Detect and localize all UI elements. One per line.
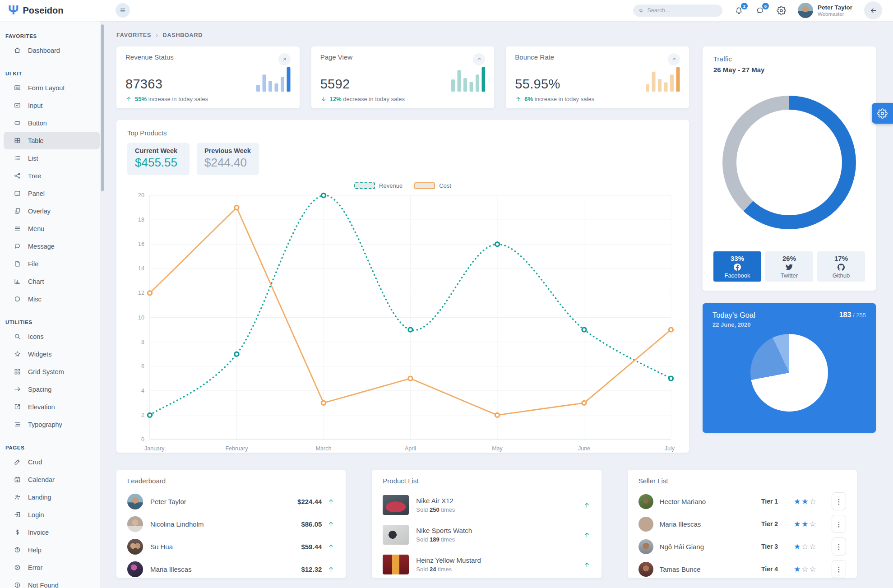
sidebar-item-label: Login [28,511,44,519]
network-pct: 26% [782,255,796,262]
product-name: Heinz Yellow Mustard [416,556,577,564]
network-tile-facebook[interactable]: 33% Facebook [713,251,761,282]
legend-revenue[interactable]: Revenue [354,182,403,189]
product-row: Nike Air X12 Sold 250 times [383,490,590,520]
previous-week-label: Previous Week [204,147,251,154]
sidebar-item-menu[interactable]: Menu [4,220,100,237]
help-icon [14,546,21,554]
star-filled-icon: ★ [794,520,801,528]
sidebar-item-misc[interactable]: Misc [4,290,100,308]
sidebar-item-label: Help [28,546,42,554]
sidebar-item-chart[interactable]: Chart [4,273,100,290]
leader-name: Maria Illescas [150,565,301,573]
list-icon [14,154,21,162]
sidebar-item-overlay[interactable]: Overlay [4,202,100,220]
sidebar-toggle-button[interactable] [116,3,130,18]
sidebar-item-elevation[interactable]: Elevation [4,398,100,416]
sidebar-item-widgets[interactable]: Widgets [4,345,100,363]
svg-text:4: 4 [141,388,144,394]
leader-name: Peter Taylor [150,498,297,505]
star-filled-icon: ★ [801,520,809,528]
star-filled-icon: ★ [801,497,809,506]
current-week-label: Current Week [135,147,182,154]
sidebar-item-dashboard[interactable]: Dashboard [4,42,100,59]
svg-text:May: May [492,445,503,452]
file-icon [14,260,21,268]
search-box[interactable] [633,5,722,17]
kebab-menu-button[interactable]: ⋮ [832,560,846,578]
svg-text:January: January [144,445,165,452]
gear-icon [777,6,786,15]
sidebar-item-typography[interactable]: Typography [4,416,100,433]
stat-mini-bar-chart [646,67,680,92]
sidebar-scrollbar [100,21,104,588]
user-menu[interactable]: Peter Taylor Webmaster [798,3,852,18]
leaderboard-row: Su Hua $59.44 [127,535,335,558]
search-input[interactable] [648,7,717,14]
sidebar-item-invoice[interactable]: Invoice [4,523,100,541]
facebook-icon [734,264,741,271]
table-icon [14,137,21,144]
sidebar-item-spacing[interactable]: Spacing [4,380,100,398]
sidebar-item-list[interactable]: List [4,149,100,167]
app-logo: Ψ Poseidon [0,4,104,17]
sidebar-item-form-layout[interactable]: Form Layout [4,79,100,97]
network-tile-github[interactable]: 17% Github [817,251,865,282]
network-tile-twitter[interactable]: 26% Twitter [765,251,813,282]
sidebar-item-icons[interactable]: Icons [4,328,100,345]
sidebar-item-label: Not Found [28,582,59,588]
kebab-menu-button[interactable]: ⋮ [832,537,846,556]
expand-button[interactable] [278,53,291,65]
leader-amount: $86.05 [301,520,322,528]
product-list-card: Product List Nike Air X12 Sold 250 times… [372,470,601,578]
notifications-badge: 2 [741,3,748,9]
sidebar-item-login[interactable]: Login [4,506,100,523]
arrow-up-icon [583,531,591,539]
notifications-button[interactable]: 2 [734,6,744,15]
avatar [127,516,143,532]
legend-cost[interactable]: Cost [414,182,451,189]
sidebar-item-table[interactable]: Table [4,132,100,149]
seller-list-title: Seller List [639,477,846,485]
sidebar-item-file[interactable]: File [4,255,100,273]
sidebar-item-button[interactable]: Button [4,114,100,132]
leader-name: Nicolina Lindholm [150,520,301,528]
avatar [127,539,143,555]
button-icon [14,119,21,127]
avatar [639,517,653,532]
sidebar-item-input[interactable]: Input [4,97,100,114]
tree-icon [14,172,21,180]
sidebar-item-error[interactable]: Error [4,559,100,576]
breadcrumb-dashboard[interactable]: DASHBOARD [163,32,203,38]
sidebar-item-landing[interactable]: Landing [4,488,100,506]
network-label: Facebook [724,272,750,279]
messages-button[interactable]: 6 [755,6,765,15]
sidebar-scrollbar-thumb[interactable] [101,24,104,191]
product-row: Nike Sports Watch Sold 189 times [383,520,590,550]
sidebar: FAVORITES DashboardUI KIT Form Layout In… [0,21,104,588]
settings-button[interactable] [777,6,786,15]
breadcrumb-favorites[interactable]: FAVORITES [116,32,151,38]
sidebar-item-not-found[interactable]: Not Found [4,576,100,588]
kebab-menu-button[interactable]: ⋮ [832,515,846,533]
expand-button[interactable] [473,53,485,65]
back-button[interactable] [864,1,882,19]
arrow-up-icon [125,96,132,102]
sidebar-item-grid-system[interactable]: Grid System [4,363,100,380]
expand-button[interactable] [668,53,680,65]
sidebar-item-tree[interactable]: Tree [4,167,100,185]
sidebar-item-help[interactable]: Help [4,541,100,559]
arrow-up-icon [515,96,522,102]
todays-goal-card: Today's Goal 22 June, 2020 183 / 255 [703,303,876,433]
product-image [383,495,409,515]
stat-mini-bar-chart [256,67,291,92]
sidebar-item-calendar[interactable]: Calendar [4,471,100,488]
sidebar-item-crud[interactable]: Crud [4,453,100,471]
seller-rating: ★★☆ [794,519,832,529]
sidebar-item-message[interactable]: Message [4,237,100,255]
seller-tier: Tier 3 [761,543,794,550]
arrow-right-icon [14,385,21,393]
kebab-menu-button[interactable]: ⋮ [832,492,846,510]
sidebar-item-panel[interactable]: Panel [4,185,100,202]
theme-settings-fab[interactable] [872,103,893,124]
